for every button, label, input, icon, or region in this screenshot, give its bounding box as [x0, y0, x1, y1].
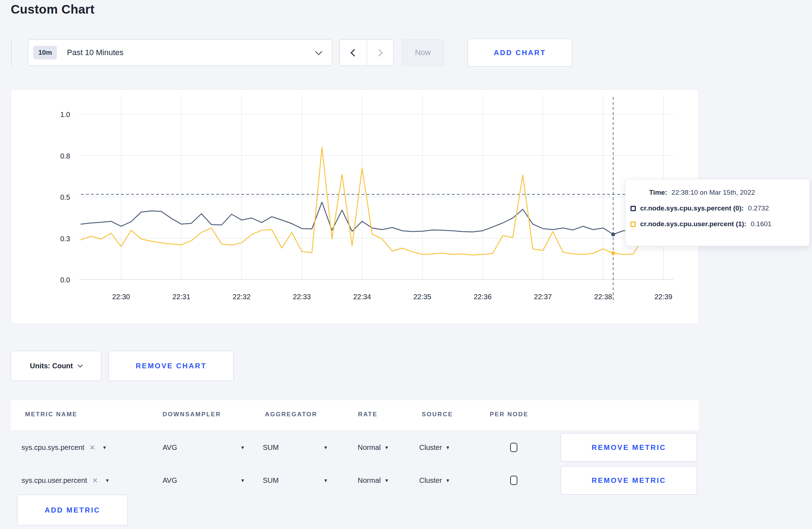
- chart-card: 22:3022:3122:3222:3322:3422:3522:3622:37…: [11, 89, 699, 324]
- rate-value: Normal: [358, 476, 381, 485]
- metric-row-user: sys.cpu.user.percent ✕ ▼ AVG ▼ SUM ▼ Nor…: [11, 465, 699, 496]
- col-header-rate: RATE: [358, 411, 378, 418]
- svg-text:22:36: 22:36: [474, 293, 492, 301]
- tooltip-series-user-value: 0.1601: [751, 220, 772, 228]
- series-user-swatch-icon: [630, 222, 636, 227]
- tooltip-series-sys-value: 0.2732: [748, 204, 769, 212]
- next-time-button[interactable]: [367, 40, 394, 65]
- svg-text:22:33: 22:33: [293, 293, 311, 301]
- source-value: Cluster: [419, 476, 442, 485]
- clear-metric-icon[interactable]: ✕: [90, 443, 95, 452]
- source-select[interactable]: Cluster ▼: [419, 432, 450, 463]
- dropdown-triangle-icon: ▼: [384, 445, 389, 450]
- per-node-checkbox[interactable]: [510, 476, 517, 485]
- metric-name-value: sys.cpu.sys.percent: [21, 443, 84, 452]
- col-header-downsampler: DOWNSAMPLER: [163, 411, 221, 418]
- svg-text:22:37: 22:37: [534, 293, 552, 301]
- svg-text:0.3: 0.3: [60, 235, 70, 243]
- chevron-down-icon: [78, 363, 83, 368]
- prev-time-button[interactable]: [340, 40, 367, 65]
- svg-text:0.5: 0.5: [60, 193, 70, 201]
- svg-text:22:32: 22:32: [233, 293, 251, 301]
- svg-text:0.0: 0.0: [60, 276, 70, 284]
- rate-select[interactable]: Normal ▼: [358, 432, 389, 463]
- downsampler-value: AVG: [163, 476, 177, 485]
- downsampler-select[interactable]: AVG ▼: [163, 432, 245, 463]
- dropdown-triangle-icon: ▼: [384, 478, 389, 483]
- source-select[interactable]: Cluster ▼: [419, 465, 450, 496]
- chevron-down-icon: [315, 48, 322, 55]
- svg-text:22:31: 22:31: [172, 293, 190, 301]
- dropdown-triangle-icon: ▼: [105, 478, 110, 483]
- chart-hover-tooltip: Time: 22:38:10 on Mar 15th, 2022 cr.node…: [625, 179, 810, 246]
- remove-chart-button[interactable]: REMOVE CHART: [108, 351, 234, 381]
- svg-text:22:34: 22:34: [353, 293, 371, 301]
- time-pager: [339, 39, 394, 66]
- time-range-label: Past 10 Minutes: [67, 48, 124, 57]
- units-dropdown[interactable]: Units: Count: [11, 351, 101, 381]
- units-label: Units: Count: [30, 362, 73, 370]
- metric-row-sys: sys.cpu.sys.percent ✕ ▼ AVG ▼ SUM ▼ Norm…: [11, 432, 699, 463]
- svg-text:22:39: 22:39: [654, 293, 672, 301]
- svg-text:22:30: 22:30: [112, 293, 130, 301]
- aggregator-select[interactable]: SUM ▼: [263, 465, 328, 496]
- add-metric-button[interactable]: ADD METRIC: [17, 495, 128, 525]
- aggregator-value: SUM: [263, 476, 279, 485]
- page-title: Custom Chart: [11, 2, 95, 16]
- col-header-aggregator: AGGREGATOR: [265, 411, 317, 418]
- per-node-checkbox[interactable]: [510, 443, 517, 452]
- per-node-cell: [510, 465, 517, 496]
- downsampler-value: AVG: [163, 443, 177, 452]
- aggregator-select[interactable]: SUM ▼: [263, 432, 328, 463]
- svg-text:22:38: 22:38: [594, 293, 612, 301]
- svg-text:1.0: 1.0: [60, 111, 70, 118]
- source-value: Cluster: [419, 443, 442, 452]
- downsampler-select[interactable]: AVG ▼: [163, 465, 245, 496]
- tooltip-series-sys-label: cr.node.sys.cpu.sys.percent (0):: [640, 204, 744, 212]
- dropdown-triangle-icon: ▼: [445, 478, 450, 483]
- dropdown-triangle-icon: ▼: [445, 445, 450, 450]
- clear-metric-icon[interactable]: ✕: [92, 476, 98, 485]
- dropdown-triangle-icon: ▼: [240, 445, 245, 450]
- now-button[interactable]: Now: [402, 39, 444, 66]
- aggregator-value: SUM: [263, 443, 279, 452]
- time-range-dropdown[interactable]: 10m Past 10 Minutes: [28, 39, 332, 66]
- series-sys-swatch-icon: [630, 206, 636, 211]
- tooltip-time-label: Time:: [649, 189, 667, 196]
- remove-metric-button[interactable]: REMOVE METRIC: [561, 466, 697, 495]
- dropdown-triangle-icon: ▼: [323, 478, 328, 483]
- rate-value: Normal: [358, 443, 381, 452]
- dropdown-triangle-icon: ▼: [323, 445, 328, 450]
- tooltip-series-user-label: cr.node.sys.cpu.user.percent (1):: [640, 220, 746, 228]
- per-node-cell: [510, 432, 517, 463]
- col-header-metric-name: METRIC NAME: [25, 411, 77, 418]
- chevron-left-icon: [351, 49, 358, 56]
- col-header-per-node: PER NODE: [490, 411, 528, 418]
- dropdown-triangle-icon: ▼: [240, 478, 245, 483]
- col-header-source: SOURCE: [422, 411, 453, 418]
- add-chart-button[interactable]: ADD CHART: [468, 39, 572, 67]
- metric-name-value: sys.cpu.user.percent: [21, 476, 87, 485]
- toolbar-divider: [11, 39, 11, 66]
- chevron-right-icon: [375, 49, 383, 56]
- dropdown-triangle-icon: ▼: [102, 445, 107, 450]
- rate-select[interactable]: Normal ▼: [358, 465, 389, 496]
- time-range-badge: 10m: [33, 46, 57, 59]
- metrics-table-header: METRIC NAME DOWNSAMPLER AGGREGATOR RATE …: [11, 400, 699, 430]
- metric-name-select[interactable]: sys.cpu.user.percent ✕ ▼: [21, 465, 110, 496]
- chart-svg[interactable]: 22:3022:3122:3222:3322:3422:3522:3622:37…: [11, 90, 699, 324]
- tooltip-time-value: 22:38:10 on Mar 15th, 2022: [671, 189, 755, 196]
- svg-text:0.8: 0.8: [60, 152, 70, 160]
- remove-metric-button[interactable]: REMOVE METRIC: [561, 433, 697, 462]
- metric-name-select[interactable]: sys.cpu.sys.percent ✕ ▼: [21, 432, 107, 463]
- svg-text:22:35: 22:35: [414, 293, 431, 301]
